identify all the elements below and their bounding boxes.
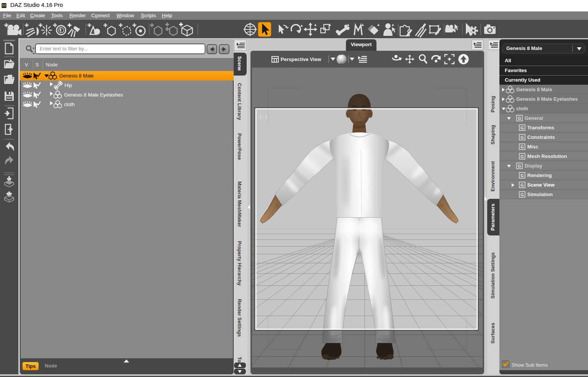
svg-text:G: G: [520, 135, 524, 140]
svg-text:G: G: [520, 126, 524, 130]
svg-text:G: G: [520, 173, 524, 178]
svg-text:G: G: [518, 116, 521, 121]
svg-text:1 : 1: 1 : 1: [259, 114, 267, 119]
svg-text:Perspective View: Perspective View: [281, 56, 321, 62]
svg-text:G: G: [520, 145, 524, 149]
svg-text:G: G: [518, 164, 521, 168]
svg-text:G: G: [520, 192, 524, 197]
svg-text:G: G: [520, 183, 524, 187]
svg-text:G: G: [520, 154, 524, 159]
